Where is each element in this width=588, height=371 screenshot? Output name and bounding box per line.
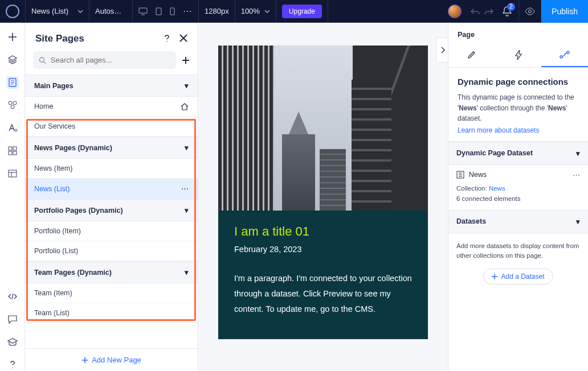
help-icon[interactable] <box>6 358 19 371</box>
item-title[interactable]: I am a title 01 <box>234 224 412 239</box>
section-news-pages[interactable]: News Pages (Dynamic) ▾ <box>25 137 198 159</box>
svg-rect-10 <box>13 147 17 150</box>
connection-description: This dynamic page is connected to the 'N… <box>458 92 579 124</box>
page-row-news-list[interactable]: News (List) ⋯ <box>25 179 198 199</box>
avatar[interactable] <box>448 5 462 18</box>
help-icon[interactable] <box>162 34 172 43</box>
svg-rect-12 <box>13 151 17 155</box>
dataset-collection: Collection: News <box>448 185 588 195</box>
accordion-dynamic-dataset[interactable]: Dynamic Page Dataset ▾ <box>448 142 588 165</box>
mobile-icon[interactable] <box>170 7 175 15</box>
logo-segment <box>0 0 26 22</box>
svg-point-14 <box>39 57 44 61</box>
section-main-pages[interactable]: Main Pages ▾ <box>25 75 198 97</box>
item-date[interactable]: February 28, 2023 <box>234 245 412 254</box>
add-dataset-section: Add more datasets to display content fro… <box>448 233 588 293</box>
chevron-right-icon <box>440 47 445 53</box>
pages-search[interactable] <box>33 51 176 69</box>
page-row-team-list[interactable]: Team (List) <box>25 303 198 323</box>
dynamic-connections-section: Dynamic page connections This dynamic pa… <box>448 68 588 142</box>
tab-design[interactable] <box>448 43 495 67</box>
dataset-icon <box>456 171 464 179</box>
repeater-item[interactable]: I am a title 01 February 28, 2023 I'm a … <box>218 46 428 339</box>
canvas: I am a title 01 February 28, 2023 I'm a … <box>198 23 448 371</box>
zoom-control[interactable]: 100% <box>235 0 276 22</box>
page-dropdown[interactable]: News (List) <box>26 0 89 22</box>
layers-icon[interactable] <box>6 53 19 66</box>
device-switcher: ⋯ <box>133 0 199 22</box>
accordion-datasets[interactable]: Datasets ▾ <box>448 210 588 233</box>
item-paragraph[interactable]: I'm a paragraph. I'm connected to your c… <box>234 271 412 316</box>
page-actions-icon[interactable]: ⋯ <box>181 184 189 193</box>
page-row-portfolio-item[interactable]: Portfolio (Item) <box>25 221 198 241</box>
connection-icon <box>560 51 570 59</box>
svg-rect-0 <box>139 8 147 13</box>
page-row-our-services[interactable]: Our Services <box>25 117 198 137</box>
learn-icon[interactable] <box>6 336 19 348</box>
brush-icon <box>467 51 476 60</box>
section-portfolio-pages[interactable]: Portfolio Pages (Dynamic) ▾ <box>25 199 198 221</box>
svg-point-6 <box>13 101 17 105</box>
collection-link[interactable]: News <box>489 185 505 192</box>
learn-more-link[interactable]: Learn more about datasets <box>458 126 539 134</box>
pages-panel-header: Site Pages <box>25 23 198 51</box>
publish-button[interactable]: Publish <box>541 0 588 23</box>
tab-data[interactable] <box>541 43 588 67</box>
tab-interactions[interactable] <box>495 43 542 67</box>
caret-down-icon: ▾ <box>576 149 580 158</box>
add-dataset-description: Add more datasets to display content fro… <box>456 241 580 261</box>
caret-down-icon: ▾ <box>185 143 189 152</box>
pages-icon[interactable] <box>6 76 19 89</box>
page-row-team-item[interactable]: Team (Item) <box>25 283 198 303</box>
svg-point-7 <box>11 105 14 109</box>
page-row-home[interactable]: Home <box>25 97 198 117</box>
dataset-actions-icon[interactable]: ⋯ <box>573 171 580 179</box>
item-body: I am a title 01 February 28, 2023 I'm a … <box>218 211 428 339</box>
wix-logo-icon[interactable] <box>6 5 19 18</box>
chevron-down-icon <box>77 9 83 14</box>
left-rail <box>0 23 25 371</box>
upgrade-button[interactable]: Upgrade <box>282 5 322 18</box>
svg-point-5 <box>9 101 12 105</box>
theme-icon[interactable] <box>6 122 19 134</box>
undo-icon[interactable] <box>471 7 480 15</box>
upgrade-segment: Upgrade <box>276 0 328 22</box>
section-team-pages[interactable]: Team Pages (Dynamic) ▾ <box>25 261 198 283</box>
plus-icon <box>492 274 497 279</box>
redo-icon[interactable] <box>484 7 493 15</box>
preview[interactable] <box>518 0 541 22</box>
breakpoint-width[interactable]: 1280px <box>199 0 235 22</box>
caret-down-icon: ▾ <box>185 268 189 277</box>
tablet-icon[interactable] <box>156 7 162 15</box>
pages-tree: Main Pages ▾ Home Our Services News Page… <box>25 75 198 348</box>
svg-rect-1 <box>156 8 161 15</box>
desktop-icon[interactable] <box>138 7 148 15</box>
home-icon <box>181 103 189 110</box>
app-market-icon[interactable] <box>6 145 19 157</box>
add-page-icon[interactable] <box>182 56 190 64</box>
notification-badge: 2 <box>507 3 515 11</box>
svg-rect-2 <box>170 8 174 15</box>
svg-rect-9 <box>9 147 12 150</box>
close-icon[interactable] <box>179 34 187 42</box>
comments-icon[interactable] <box>6 313 19 325</box>
connected-elements-count: 6 connected elements <box>448 195 588 210</box>
dataset-row[interactable]: News ⋯ <box>448 165 588 185</box>
page-row-news-item[interactable]: News (Item) <box>25 159 198 179</box>
site-pages-panel: Site Pages Main Pages ▾ Home Our <box>25 23 198 371</box>
search-input[interactable] <box>51 56 170 64</box>
cms-icon[interactable] <box>6 167 19 180</box>
pages-panel-title: Site Pages <box>35 33 162 44</box>
notifications[interactable]: 2 <box>503 6 512 17</box>
add-new-page-button[interactable]: Add New Page <box>25 348 198 371</box>
more-breakpoints-icon[interactable]: ⋯ <box>183 6 193 17</box>
page-row-portfolio-list[interactable]: Portfolio (List) <box>25 241 198 261</box>
inspector-scope-label: Page <box>448 23 588 43</box>
add-dataset-button[interactable]: Add a Dataset <box>483 269 553 285</box>
collapse-right-panel-button[interactable] <box>436 38 448 63</box>
dev-mode-icon[interactable] <box>6 290 19 303</box>
plus-icon <box>81 357 88 364</box>
add-elements-icon[interactable] <box>6 31 19 43</box>
site-styles-icon[interactable] <box>6 99 19 112</box>
svg-rect-11 <box>9 151 12 155</box>
